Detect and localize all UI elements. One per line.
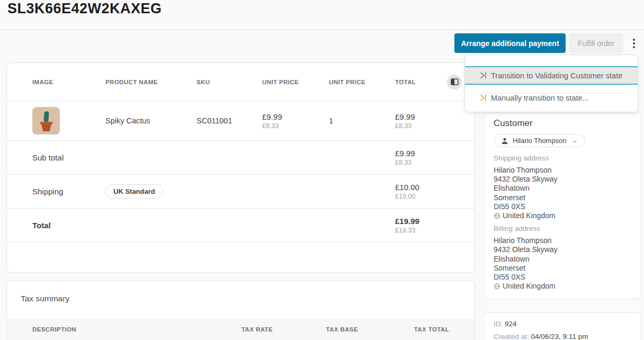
globe-icon (494, 283, 500, 290)
state-transition-menu: Transition to Validating Customer state … (464, 55, 638, 112)
column-header-total: Total (395, 79, 439, 85)
columns-icon (451, 78, 459, 85)
line-items-header-row: Image Product name SKU Unit price Unit p… (7, 63, 475, 101)
customer-name: Hilario Thompson (513, 137, 567, 145)
shipping-method-badge: UK Standard (105, 184, 163, 199)
arrange-additional-payment-button[interactable]: Arrange additional payment (454, 33, 566, 53)
transition-to-state-icon (479, 71, 487, 79)
shipping-row: Shipping UK Standard £10.00 £10.00 (7, 175, 475, 209)
product-sku: SC011001 (196, 117, 262, 125)
subtotal-label: Sub total (32, 153, 196, 162)
subtotal-row: Sub total £9.99 £8.33 (7, 141, 475, 175)
person-icon (501, 137, 508, 145)
order-detail-page: SL3K66E42W2KAXEG Arrange additional paym… (0, 0, 644, 340)
more-actions-button[interactable] (628, 33, 640, 53)
customer-link[interactable]: Hilario Thompson → (494, 134, 585, 147)
menu-item-label: Manually transition to state... (491, 94, 589, 102)
page-title: SL3K66E42W2KAXEG (7, 1, 162, 17)
order-line-items-card: Image Product name SKU Unit price Unit p… (6, 62, 475, 273)
order-id: ID: 924 (494, 320, 631, 328)
globe-icon (494, 212, 500, 219)
order-meta-card: ID: 924 Created at: 04/06/23, 9:11 pm (484, 312, 641, 340)
kebab-icon (633, 39, 635, 41)
subtotal-amount: £9.99 £8.33 (395, 149, 439, 166)
header-divider (0, 30, 644, 30)
fulfill-order-button[interactable]: Fulfill order (569, 33, 623, 53)
column-header-product-name: Product name (105, 79, 196, 85)
transition-to-state-icon (479, 94, 487, 102)
column-header-unit-price: Unit price (262, 79, 329, 85)
billing-address-label: Billing address (494, 224, 631, 234)
shipping-amount: £10.00 £10.00 (395, 183, 439, 200)
billing-address: Hilario Thompson 9432 Oleta Skyway Elish… (494, 236, 631, 291)
customer-card: Customer Hilario Thompson → Shipping add… (484, 113, 641, 299)
total-label: Total (32, 221, 196, 230)
line-total: £9.99 £8.33 (395, 112, 439, 130)
shipping-address: Hilario Thompson 9432 Oleta Skyway Elish… (494, 166, 631, 220)
unit-price: £9.99 £8.33 (262, 112, 329, 130)
shipping-address-label: Shipping address (494, 154, 631, 163)
column-header-sku: SKU (196, 79, 262, 85)
quantity: 1 (329, 117, 395, 125)
menu-item-label: Transition to Validating Customer state (491, 71, 622, 80)
column-header-unit-price-2: Unit price (329, 79, 395, 85)
column-header-tax-rate: Tax rate (204, 326, 273, 333)
line-item-row: Spiky Cactus SC011001 £9.99 £8.33 1 £9.9… (7, 101, 475, 141)
arrow-right-icon: → (571, 137, 578, 145)
tax-summary-title: Tax summary (7, 281, 475, 303)
column-header-tax-total: Tax total (358, 326, 449, 333)
total-row: Total £19.99 £18.33 (7, 209, 475, 242)
menu-item-manually-transition[interactable]: Manually transition to state... (465, 88, 638, 108)
shipping-label: Shipping (32, 187, 105, 196)
column-header-description: Description (32, 326, 204, 333)
order-created-at: Created at: 04/06/23, 9:11 pm (494, 333, 631, 340)
column-header-image: Image (32, 79, 105, 85)
product-name: Spiky Cactus (105, 117, 196, 125)
column-header-tax-base: Tax base (273, 326, 358, 333)
product-image (32, 107, 60, 135)
menu-item-transition-validating-customer[interactable]: Transition to Validating Customer state (465, 66, 638, 85)
total-amount: £19.99 £18.33 (395, 217, 439, 234)
tax-summary-card: Tax summary Description Tax rate Tax bas… (6, 281, 475, 340)
tax-summary-header-row: Description Tax rate Tax base Tax total (7, 319, 475, 340)
customer-section-title: Customer (494, 118, 631, 129)
toggle-columns-button[interactable] (447, 75, 462, 90)
